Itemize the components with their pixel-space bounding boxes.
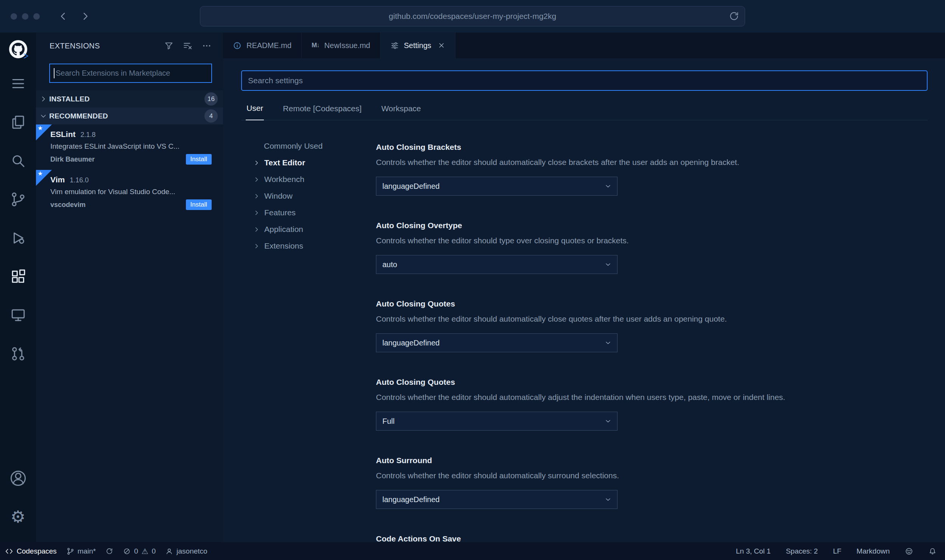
warning-icon: ⚠ (142, 548, 148, 555)
codespaces-remote-button[interactable]: Codespaces (0, 542, 62, 560)
tab-readme[interactable]: README.md (223, 33, 302, 58)
scope-tab-user[interactable]: User (246, 101, 264, 120)
extensions-search-box[interactable] (49, 64, 212, 83)
browser-address-bar[interactable]: github.com/codespaces/user-my-project-mg… (200, 6, 745, 26)
extensions-panel: EXTENSIONS I (36, 33, 223, 542)
filter-extensions-button[interactable] (164, 41, 174, 51)
window-controls (11, 13, 40, 20)
toc-features[interactable]: Features (253, 204, 366, 221)
language-mode-button[interactable]: Markdown (856, 547, 890, 555)
activity-source-control-button[interactable] (0, 180, 36, 219)
settings-entries: Auto Closing Brackets Controls whether t… (366, 129, 928, 542)
setting-description: Controls whether the editor should type … (376, 236, 928, 245)
extension-list-item[interactable]: ★ Vim 1.16.0 Vim emulation for Visual St… (36, 170, 223, 215)
branch-button[interactable]: main* (62, 542, 101, 560)
error-icon (123, 548, 131, 555)
markdown-icon: M↓ (312, 42, 320, 49)
text-caret (54, 68, 55, 78)
setting-dropdown[interactable]: languageDefined (376, 490, 618, 509)
account-icon (10, 470, 26, 486)
warning-count: 0 (152, 547, 156, 555)
extension-name: Vim (50, 175, 65, 184)
eol-button[interactable]: LF (833, 547, 841, 555)
scope-tab-remote[interactable]: Remote [Codespaces] (282, 101, 362, 120)
toc-text-editor[interactable]: Text Editor (253, 154, 366, 171)
extension-description: Vim emulation for Visual Studio Code... (50, 188, 212, 196)
chevron-down-icon (604, 417, 612, 425)
setting-dropdown[interactable]: Full (376, 412, 618, 431)
extensions-icon (10, 269, 26, 285)
activity-settings-button[interactable]: ⚙ (0, 498, 36, 536)
cursor-position-button[interactable]: Ln 3, Col 1 (736, 547, 771, 555)
toc-label: Application (264, 225, 303, 234)
setting-description: Controls whether the editor should autom… (376, 314, 928, 324)
dropdown-value: auto (382, 260, 397, 269)
activity-search-button[interactable] (0, 142, 36, 180)
section-recommended[interactable]: RECOMMENDED 4 (36, 107, 223, 124)
tab-settings[interactable]: Settings (380, 33, 455, 58)
section-label: INSTALLED (49, 95, 90, 103)
clear-extensions-search-button[interactable] (183, 41, 193, 51)
status-bar: Codespaces main* 0 ⚠ 0 jasonetco Ln 3, C… (0, 542, 945, 560)
close-tab-button[interactable] (438, 42, 445, 49)
installed-count-badge: 16 (204, 92, 218, 106)
extension-publisher: Dirk Baeumer (50, 156, 95, 163)
toc-workbench[interactable]: Workbench (253, 171, 366, 188)
dropdown-value: languageDefined (382, 182, 440, 191)
setting-title: Auto Closing Quotes (376, 377, 928, 387)
install-button[interactable]: Install (186, 199, 212, 210)
activity-account-button[interactable] (0, 459, 36, 498)
toc-application[interactable]: Application (253, 221, 366, 238)
feedback-button[interactable] (905, 547, 913, 555)
toc-commonly-used[interactable]: Commonly Used (253, 138, 366, 154)
toc-window[interactable]: Window (253, 188, 366, 204)
window-close-button[interactable] (11, 13, 17, 20)
gear-icon: ⚙ (11, 509, 25, 525)
settings-search-input[interactable] (241, 70, 928, 91)
setting-entry: Auto Closing Quotes Controls whether the… (376, 377, 928, 431)
editor-area: README.md M↓ NewIssue.md Settings (223, 33, 945, 542)
setting-entry: Auto Closing Brackets Controls whether t… (376, 142, 928, 196)
more-actions-button[interactable] (202, 41, 212, 51)
activity-menu-button[interactable] (0, 64, 36, 103)
signed-in-user-button[interactable]: jasonetco (161, 542, 212, 560)
browser-refresh-button[interactable] (729, 11, 739, 22)
address-url: github.com/codespaces/user-my-project-mg… (389, 12, 556, 21)
window-minimize-button[interactable] (22, 13, 28, 20)
browser-forward-button[interactable] (78, 9, 93, 24)
activity-pull-requests-button[interactable] (0, 334, 36, 373)
tab-newissue[interactable]: M↓ NewIssue.md (302, 33, 380, 58)
chevron-left-icon (58, 11, 69, 22)
section-installed[interactable]: INSTALLED 16 (36, 90, 223, 107)
scope-tab-workspace[interactable]: Workspace (380, 101, 422, 120)
activity-explorer-button[interactable] (0, 103, 36, 142)
toc-extensions[interactable]: Extensions (253, 238, 366, 254)
sync-icon (106, 548, 113, 555)
activity-remote-explorer-button[interactable] (0, 296, 36, 334)
browser-back-button[interactable] (56, 9, 71, 24)
indentation-button[interactable]: Spaces: 2 (786, 547, 818, 555)
activity-run-debug-button[interactable] (0, 219, 36, 257)
sync-changes-button[interactable] (101, 542, 118, 560)
chevron-right-icon (253, 176, 260, 183)
search-icon (10, 153, 26, 169)
run-debug-icon (10, 230, 26, 246)
dropdown-value: languageDefined (382, 339, 440, 347)
setting-dropdown[interactable]: auto (376, 255, 618, 274)
activity-extensions-button[interactable] (0, 257, 36, 296)
extension-list-item[interactable]: ★ ESLint 2.1.8 Integrates ESLint JavaScr… (36, 124, 223, 170)
window-maximize-button[interactable] (33, 13, 40, 20)
problems-button[interactable]: 0 ⚠ 0 (118, 542, 161, 560)
chevron-down-icon (604, 339, 612, 347)
tab-label: NewIssue.md (324, 41, 370, 50)
setting-dropdown[interactable]: languageDefined (376, 333, 618, 352)
git-branch-icon (10, 191, 26, 207)
notifications-button[interactable] (928, 547, 937, 555)
panel-title: EXTENSIONS (50, 42, 100, 50)
setting-dropdown[interactable]: languageDefined (376, 177, 618, 196)
chevron-right-icon (80, 11, 91, 22)
setting-title: Code Actions On Save (376, 534, 928, 542)
install-button[interactable]: Install (186, 154, 212, 165)
codespaces-window: github.com/codespaces/user-my-project-mg… (0, 0, 945, 560)
extensions-search-input[interactable] (55, 68, 207, 78)
